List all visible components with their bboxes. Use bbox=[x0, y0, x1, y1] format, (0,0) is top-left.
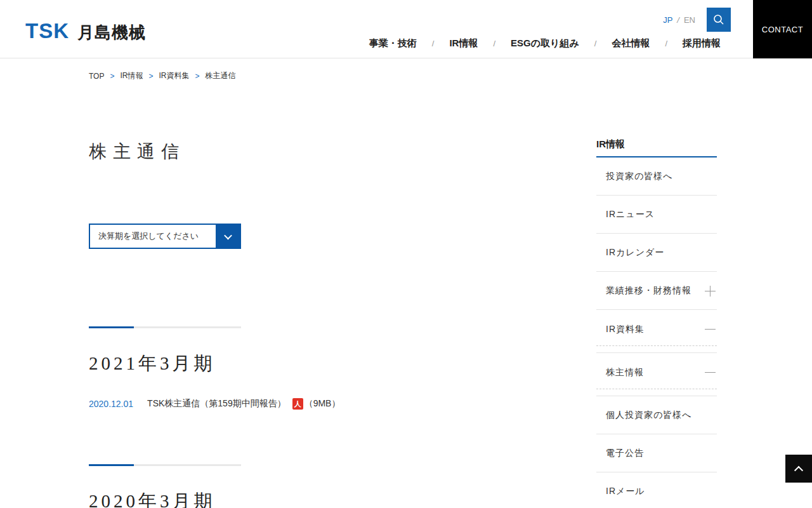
ir-sidebar: IR情報 投資家の皆様へ IRニュース IRカレンダー 業績推移・財務情報 IR… bbox=[596, 138, 717, 508]
nav-item-esg[interactable]: ESGの取り組み bbox=[511, 37, 579, 50]
breadcrumb-separator: > bbox=[195, 72, 199, 81]
lang-en-link[interactable]: EN bbox=[684, 15, 695, 25]
nav-item-company[interactable]: 会社情報 bbox=[612, 37, 650, 50]
site-header: TSK 月島機械 JP / EN 事業・技術 / IR情報 / ESGの取り組み… bbox=[0, 0, 812, 58]
breadcrumb: TOP > IR情報 > IR資料集 > 株主通信 bbox=[89, 70, 236, 81]
sidebar-title: IR情報 bbox=[596, 138, 717, 157]
nav-item-business[interactable]: 事業・技術 bbox=[369, 37, 417, 50]
entry-date: 2020.12.01 bbox=[89, 399, 133, 409]
minus-icon[interactable] bbox=[705, 367, 716, 378]
section-divider bbox=[89, 464, 241, 466]
breadcrumb-separator: > bbox=[110, 72, 114, 81]
header-topbar: JP / EN bbox=[663, 8, 731, 32]
language-switcher: JP / EN bbox=[663, 15, 695, 25]
nav-separator: / bbox=[493, 39, 495, 48]
sidebar-item-electronic-notice[interactable]: 電子公告 bbox=[596, 434, 717, 472]
nav-item-recruit[interactable]: 採用情報 bbox=[683, 37, 721, 50]
chevron-down-icon bbox=[216, 225, 240, 248]
contact-button[interactable]: CONTACT bbox=[753, 0, 812, 58]
magnifier-icon bbox=[712, 13, 725, 26]
sidebar-item-ir-news[interactable]: IRニュース bbox=[596, 196, 717, 234]
main-nav: 事業・技術 / IR情報 / ESGの取り組み / 会社情報 / 採用情報 bbox=[369, 37, 721, 50]
sidebar-item-ir-mail[interactable]: IRメール bbox=[596, 472, 717, 508]
section-fy2021: 2021年3月期 2020.12.01 TSK株主通信（第159期中間報告） 人… bbox=[89, 326, 495, 410]
sidebar-item-shareholder-info[interactable]: 株主情報 bbox=[596, 353, 717, 396]
nav-separator: / bbox=[594, 39, 597, 48]
sidebar-item-individual-investors[interactable]: 個人投資家の皆様へ bbox=[596, 396, 717, 434]
logo-tsk-mark: TSK bbox=[25, 19, 69, 43]
breadcrumb-ir[interactable]: IR情報 bbox=[120, 70, 143, 81]
page: TSK 月島機械 JP / EN 事業・技術 / IR情報 / ESGの取り組み… bbox=[0, 0, 812, 508]
search-button[interactable] bbox=[707, 8, 731, 32]
lang-separator: / bbox=[677, 15, 679, 25]
entry-title: TSK株主通信（第159期中間報告） bbox=[147, 398, 286, 410]
section-divider bbox=[89, 326, 241, 328]
scroll-to-top-button[interactable] bbox=[785, 455, 812, 483]
sidebar-item-financial-info[interactable]: 業績推移・財務情報 bbox=[596, 272, 717, 310]
page-title: 株主通信 bbox=[89, 133, 495, 164]
logo-company-name: 月島機械 bbox=[77, 22, 146, 44]
pdf-file-icon: 人 bbox=[292, 398, 303, 410]
section-year-heading: 2021年3月期 bbox=[89, 351, 495, 377]
lang-jp-link[interactable]: JP bbox=[663, 15, 672, 25]
section-fy2020: 2020年3月期 bbox=[89, 464, 495, 508]
chevron-up-icon bbox=[794, 466, 803, 475]
nav-item-ir[interactable]: IR情報 bbox=[449, 37, 478, 50]
entry-file-size: （9MB） bbox=[304, 398, 341, 410]
pdf-entry-link[interactable]: 2020.12.01 TSK株主通信（第159期中間報告） 人 （9MB） bbox=[89, 398, 495, 410]
breadcrumb-current: 株主通信 bbox=[206, 70, 236, 81]
submenu-dashed-divider bbox=[596, 345, 717, 346]
breadcrumb-separator: > bbox=[148, 72, 153, 81]
nav-separator: / bbox=[432, 39, 435, 48]
section-year-heading: 2020年3月期 bbox=[89, 489, 495, 508]
fiscal-period-select[interactable]: 決算期を選択してください bbox=[89, 224, 241, 249]
breadcrumb-top[interactable]: TOP bbox=[89, 72, 104, 81]
sidebar-menu: 投資家の皆様へ IRニュース IRカレンダー 業績推移・財務情報 IR資料集 株… bbox=[596, 157, 717, 508]
sidebar-item-ir-library[interactable]: IR資料集 bbox=[596, 310, 717, 353]
submenu-dashed-divider bbox=[596, 389, 717, 389]
breadcrumb-ir-library[interactable]: IR資料集 bbox=[159, 70, 189, 81]
plus-icon[interactable] bbox=[705, 286, 716, 297]
sidebar-item-ir-calendar[interactable]: IRカレンダー bbox=[596, 234, 717, 272]
sidebar-item-investors[interactable]: 投資家の皆様へ bbox=[596, 157, 717, 196]
main-content: 株主通信 決算期を選択してください 2021年3月期 2020.12.01 TS… bbox=[89, 133, 495, 508]
fiscal-period-select-label: 決算期を選択してください bbox=[90, 225, 216, 248]
nav-separator: / bbox=[665, 39, 667, 48]
company-logo[interactable]: TSK 月島機械 bbox=[25, 19, 146, 44]
minus-icon[interactable] bbox=[705, 324, 716, 335]
